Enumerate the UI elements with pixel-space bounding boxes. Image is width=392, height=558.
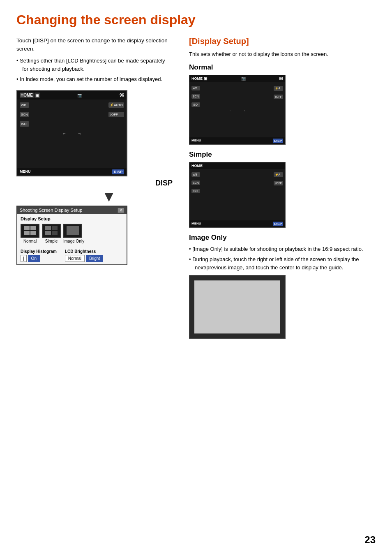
page-title: Changing the screen display [16,12,376,28]
simple-wb-icon: WB [191,172,200,177]
cam-mode-icon: ▣ [35,93,40,98]
normal-label: Normal [23,239,37,243]
bullet-list: Settings other than [LCD Brightness] can… [16,57,173,83]
normal-cam-home: HOME [191,76,203,81]
cam-wb-icon: WB [20,102,29,108]
simple-cam-top: HOME [189,162,285,169]
normal-cam-left-icons: WB SCN ISO [191,86,200,107]
cam-disp-button[interactable]: DISP [112,169,124,174]
histogram-btn-group: | On [21,255,57,262]
normal-subtitle: Normal [189,63,376,72]
image-only-subtitle: Image Only [189,234,376,242]
disp-label: DISP [16,179,173,188]
normal-icon-box [21,224,39,238]
normal-option[interactable]: Normal [21,224,39,243]
image-only-icon-box [63,224,82,238]
brightness-bright-button[interactable]: Bright [86,255,103,262]
simple-subtitle: Simple [189,150,376,159]
normal-cam-disp: DISP [273,139,283,143]
brightness-btn-group: Normal Bright [65,255,103,262]
cam-crosshair: ⌐ ¬ [63,131,81,136]
arrow-down-icon: ▼ [41,189,177,204]
right-column: [Display Setup] This sets whether or not… [189,37,376,339]
brightness-label: LCD Brightness [65,249,103,254]
normal-stab-icon: ↕OFF [274,95,284,99]
normal-wb-icon: WB [191,86,200,90]
simple-cam-disp: DISP [273,222,283,226]
normal-cam-cam-icon: 📷 [241,76,246,81]
cam-scn-icon: SCN [20,112,29,117]
normal-camera-screen: HOME ▣ 📷 96 WB SCN ISO ⌐ ¬ ⚡A ↕OFF ME [189,75,286,145]
simple-grid-icon [45,226,58,235]
simple-icon-box [42,224,61,238]
simple-cam-home: HOME [191,164,203,168]
cam-iso-icon: ISO [20,121,29,127]
simple-stab-icon: ↕OFF [274,181,284,185]
dialog-bottom-row: Display Histogram | On LCD Brightness No… [17,247,127,264]
dialog-close-button[interactable]: × [118,208,124,213]
normal-cam-center: ⌐ ¬ [230,107,245,112]
cam-stabilize-icon: ↕OFF [108,112,124,117]
normal-grid-icon [24,226,36,235]
display-setup-section-title: [Display Setup] [189,37,376,46]
display-setup-label: Display Setup [17,214,127,222]
simple-camera-screen: HOME WB SCN ISO ⚡A ↕OFF MENU DISP [189,162,286,228]
intro-text: Touch [DISP] on the screen to change to … [16,37,173,53]
dialog-title: Shooting Screen Display Setup [20,208,82,213]
normal-iso-icon: ISO [191,102,200,107]
histogram-label: Display Histogram [21,249,57,254]
image-only-inner [194,280,280,333]
shooting-screen-dialog: Shooting Screen Display Setup × Display … [16,206,127,265]
normal-cam-top: HOME ▣ 📷 96 [189,75,285,82]
bullet-item-2: In index mode, you can set the number of… [16,75,173,83]
page-number: 23 [364,534,376,546]
simple-cam-left-icons: WB SCN ISO [191,172,200,193]
normal-flash-icon: ⚡A [274,86,284,91]
simple-scn-icon: SCN [191,181,200,185]
cam-center: ⌐ ¬ [63,131,81,136]
dialog-title-bar: Shooting Screen Display Setup × [17,206,127,214]
image-only-bullet-1: [Image Only] is suitable for shooting or… [189,245,376,253]
cam-flash-icon: ⚡AUTO [108,102,124,108]
histogram-group: Display Histogram | On [21,249,57,262]
brightness-normal-button[interactable]: Normal [65,255,85,262]
simple-cam-menu: MENU [191,222,201,226]
image-only-label: Image Only [63,239,84,243]
image-only-solid-icon [67,226,79,235]
normal-cam-right-icons: ⚡A ↕OFF [274,86,284,99]
normal-cam-count: 96 [279,76,283,81]
normal-cam-menu: MENU [191,139,201,143]
image-only-bullets: [Image Only] is suitable for shooting or… [189,245,376,272]
cam-battery-count: 96 [120,93,124,97]
simple-cam-bottom: MENU DISP [189,220,285,227]
image-only-screen [189,275,286,339]
simple-option[interactable]: Simple [42,224,61,243]
simple-label: Simple [45,239,58,243]
home-label: HOME [20,93,34,98]
simple-cam-right-icons: ⚡A ↕OFF [274,172,284,185]
image-only-option[interactable]: Image Only [63,224,84,243]
display-options: Normal Simple [17,222,127,247]
simple-iso-icon: ISO [191,189,200,193]
cam-top-bar: HOME ▣ 📷 96 [17,91,127,100]
brightness-group: LCD Brightness Normal Bright [65,249,103,262]
cam-right-icons: ⚡AUTO ↕OFF [108,102,124,117]
cam-left-icons: WB SCN ISO [20,102,29,127]
camera-screen-mockup: HOME ▣ 📷 96 WB SCN ISO ⌐ ¬ ⚡AUTO ↕OFF [16,90,127,176]
normal-scn-icon: SCN [191,94,200,99]
histogram-toggle: | [21,255,27,262]
simple-flash-icon: ⚡A [274,172,284,177]
cam-menu-label: MENU [20,169,31,174]
histogram-on-button[interactable]: On [28,255,40,262]
normal-cam-bottom: MENU DISP [189,137,285,144]
image-only-bullet-2: During playback, touch the right or left… [189,255,376,272]
cam-top-center-icon: 📷 [77,93,82,97]
left-column: Touch [DISP] on the screen to change to … [16,37,177,265]
display-setup-intro: This sets whether or not to display the … [189,50,376,58]
bullet-item-1: Settings other than [LCD Brightness] can… [16,57,173,73]
cam-bottom-bar: MENU DISP [17,168,127,176]
normal-cam-mode: ▣ [204,76,208,81]
cam-top-left: HOME ▣ [20,93,40,98]
